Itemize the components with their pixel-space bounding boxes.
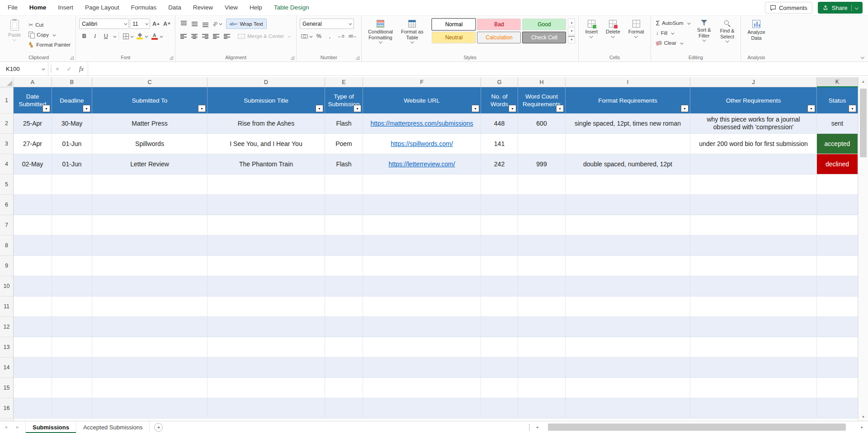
conditional-formatting-button[interactable]: Conditional Formatting	[365, 19, 396, 44]
row-header-3[interactable]: 3	[0, 134, 14, 154]
cell-H2[interactable]: 600	[518, 113, 566, 134]
menu-tab-file[interactable]: File	[2, 0, 24, 15]
percent-style-button[interactable]: %	[314, 31, 324, 41]
cell-A11[interactable]	[14, 297, 52, 317]
cell-G12[interactable]	[481, 317, 518, 337]
cell-I9[interactable]	[566, 256, 690, 276]
wrap-text-button[interactable]: ab↩Wrap Text	[226, 19, 267, 29]
cell-I4[interactable]: double spaced, numbered, 12pt	[566, 154, 690, 174]
hyperlink-F2[interactable]: https://matterpress.com/submissions	[370, 120, 473, 127]
underline-button[interactable]: U	[101, 31, 111, 41]
cell-D16[interactable]	[208, 398, 325, 419]
cell-G11[interactable]	[481, 297, 518, 317]
cell-C5[interactable]	[92, 174, 208, 195]
cell-B10[interactable]	[52, 276, 92, 297]
collapse-ribbon-button[interactable]	[860, 55, 864, 58]
cell-F8[interactable]	[363, 235, 481, 256]
font-family-select[interactable]: Calibri	[79, 19, 129, 29]
align-left-button[interactable]	[179, 31, 189, 41]
cell-B7[interactable]	[52, 215, 92, 235]
cell-G6[interactable]	[481, 195, 518, 215]
cell-style-check-cell[interactable]: Check Cell	[522, 32, 566, 43]
middle-align-button[interactable]	[189, 19, 199, 29]
new-sheet-button[interactable]: +	[154, 423, 163, 432]
cell-B14[interactable]	[52, 358, 92, 378]
cell-I10[interactable]	[566, 276, 690, 297]
cell-E7[interactable]	[325, 215, 363, 235]
cell-G4[interactable]: 242	[481, 154, 518, 174]
cell-D12[interactable]	[208, 317, 325, 337]
cell-B8[interactable]	[52, 235, 92, 256]
row-header-5[interactable]: 5	[0, 174, 14, 195]
cell-J7[interactable]	[690, 215, 817, 235]
cell-J6[interactable]	[690, 195, 817, 215]
row-header-1[interactable]: 1	[0, 87, 14, 113]
cell-style-neutral[interactable]: Neutral	[432, 32, 476, 43]
cell-K13[interactable]	[817, 337, 858, 358]
sheet-tab-accepted-submissions[interactable]: Accepted Submissions	[76, 421, 150, 433]
copy-button[interactable]: Copy	[27, 30, 72, 39]
cell-F7[interactable]	[363, 215, 481, 235]
cell-G2[interactable]: 448	[481, 113, 518, 134]
borders-button[interactable]	[122, 31, 134, 41]
cell-G13[interactable]	[481, 337, 518, 358]
cell-F12[interactable]	[363, 317, 481, 337]
tab-scrollbar-divider[interactable]	[529, 424, 530, 430]
cell-C2[interactable]: Matter Press	[92, 113, 208, 134]
cell-F11[interactable]	[363, 297, 481, 317]
cell-B3[interactable]: 01-Jun	[52, 134, 92, 154]
filter-button-word-count-requirements[interactable]: ▼	[556, 105, 564, 112]
menu-tab-data[interactable]: Data	[162, 0, 187, 15]
cell-F5[interactable]	[363, 174, 481, 195]
cell-E4[interactable]: Flash	[325, 154, 363, 174]
bottom-align-button[interactable]	[200, 19, 210, 29]
cell-F6[interactable]	[363, 195, 481, 215]
sort-filter-button[interactable]: Sort & Filter	[694, 19, 714, 42]
column-header-d[interactable]: D	[208, 77, 325, 87]
cell-J15[interactable]	[690, 378, 817, 398]
autosum-button[interactable]: ΣAutoSum	[654, 19, 691, 28]
column-header-j[interactable]: J	[690, 77, 817, 87]
cell-F2[interactable]: https://matterpress.com/submissions	[363, 113, 481, 134]
cell-A4[interactable]: 02-May	[14, 154, 52, 174]
cell-A9[interactable]	[14, 256, 52, 276]
cell-C12[interactable]	[92, 317, 208, 337]
insert-cells-button[interactable]: Insert	[582, 19, 601, 38]
scroll-left-icon[interactable]: ◄	[533, 421, 542, 433]
cell-D6[interactable]	[208, 195, 325, 215]
cell-H12[interactable]	[518, 317, 566, 337]
hyperlink-F3[interactable]: https://spillwords.com/	[391, 140, 453, 148]
column-header-f[interactable]: F	[363, 77, 481, 87]
cell-D11[interactable]	[208, 297, 325, 317]
filter-button-status[interactable]: ▼	[849, 105, 856, 112]
row-header-7[interactable]: 7	[0, 215, 14, 235]
cell-J3[interactable]: under 200 word bio for first submission	[690, 134, 817, 154]
column-header-i[interactable]: I	[566, 77, 690, 87]
cell-style-good[interactable]: Good	[522, 19, 566, 30]
cell-B4[interactable]: 01-Jun	[52, 154, 92, 174]
comma-style-button[interactable]: ,	[325, 31, 335, 41]
cell-K15[interactable]	[817, 378, 858, 398]
row-header-9[interactable]: 9	[0, 256, 14, 276]
cell-C14[interactable]	[92, 358, 208, 378]
decrease-indent-button[interactable]	[211, 31, 221, 41]
cell-J14[interactable]	[690, 358, 817, 378]
cell-K3[interactable]: accepted	[817, 134, 858, 154]
cell-C15[interactable]	[92, 378, 208, 398]
cell-I14[interactable]	[566, 358, 690, 378]
cell-B2[interactable]: 30-May	[52, 113, 92, 134]
align-right-button[interactable]	[200, 31, 210, 41]
row-header-12[interactable]: 12	[0, 317, 14, 337]
cell-C11[interactable]	[92, 297, 208, 317]
table-header-type-of-submission[interactable]: Type of Submission▼	[325, 87, 363, 113]
row-header-10[interactable]: 10	[0, 276, 14, 297]
insert-function-icon[interactable]: fx	[75, 62, 88, 75]
name-box[interactable]: K100	[0, 62, 48, 75]
cell-I16[interactable]	[566, 398, 690, 419]
column-header-g[interactable]: G	[481, 77, 518, 87]
cell-E9[interactable]	[325, 256, 363, 276]
cell-C4[interactable]: Letter Review	[92, 154, 208, 174]
formula-input[interactable]	[88, 62, 868, 75]
gallery-more-button[interactable]: ▼	[568, 36, 575, 43]
prev-sheet-button[interactable]: ◄	[0, 421, 12, 433]
